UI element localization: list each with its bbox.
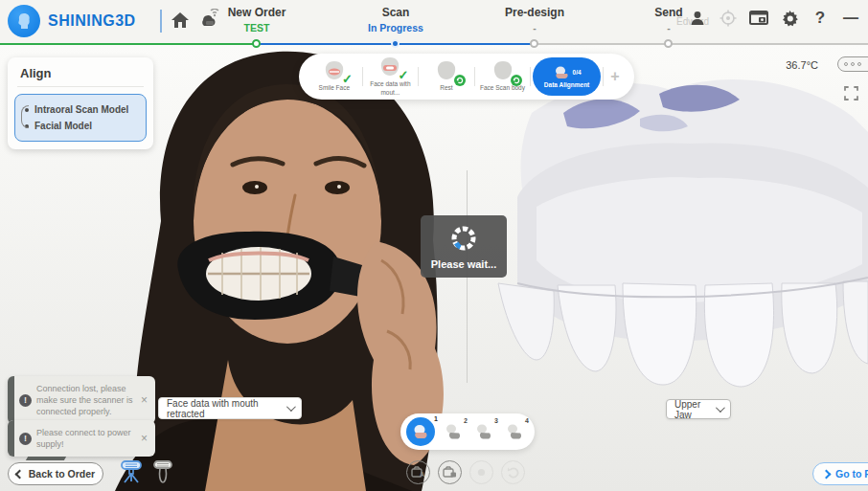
edit-disabled-button (469, 460, 493, 484)
face-scanner-icon[interactable] (119, 458, 144, 485)
undo-disabled-button (501, 460, 525, 484)
device-status-indicator (837, 56, 868, 72)
alignment-stage-3[interactable]: 3 (471, 418, 496, 445)
workflow-step-data-alignment[interactable]: 0/4 Data Alignment (533, 57, 601, 96)
settings-gear-icon[interactable] (780, 9, 799, 28)
face-scan-model (115, 52, 444, 491)
app-window: SHINING3D New Order TEST Scan In Progres… (0, 0, 868, 491)
alignment-stage-pill: 1 2 3 4 (400, 413, 535, 450)
workflow-step-face-scan-body[interactable]: Face Scan body (475, 60, 531, 92)
please-wait-overlay: Please wait... (421, 215, 507, 278)
header-divider (160, 10, 162, 33)
toast-connection-lost: ! Connection lost, please make sure the … (8, 376, 155, 424)
minimize-icon[interactable]: — (841, 9, 860, 28)
alignment-stage-4[interactable]: 4 (502, 418, 527, 445)
alert-icon: ! (19, 433, 32, 445)
nav-new-order[interactable]: New Order TEST (199, 6, 314, 33)
chevron-down-icon (716, 403, 725, 413)
handheld-scanner-icon[interactable] (151, 458, 176, 485)
nav-scan[interactable]: Scan In Progress (338, 6, 453, 33)
rescan-icon (454, 75, 466, 86)
svg-text:A: A (420, 471, 424, 478)
align-link-arc (21, 105, 29, 128)
back-to-order-button[interactable]: Back to Order (8, 462, 103, 485)
fit-view-icon[interactable] (844, 86, 858, 100)
timeline-dot-scan (391, 39, 400, 48)
user-account-icon[interactable] (688, 9, 707, 28)
align-item-intraoral[interactable]: Intraoral Scan Model (25, 101, 140, 118)
timeline-dot-new-order (252, 39, 261, 48)
upper-jaw-model (498, 79, 868, 387)
align-model-group[interactable]: Intraoral Scan Model Facial Model (14, 94, 147, 142)
alignment-stage-2[interactable]: 2 (441, 418, 466, 445)
scan-viewport[interactable]: ✓ Smile Face ✓ Face data with mout... (0, 44, 868, 491)
nav-new-order-status: TEST (199, 22, 314, 33)
close-icon[interactable]: × (139, 393, 149, 407)
align-panel-title: Align (8, 57, 153, 86)
shining3d-logo-icon (8, 5, 40, 37)
alert-icon: ! (19, 394, 32, 407)
jaw-select-dropdown[interactable]: Upper Jaw (666, 399, 731, 419)
logo-wordmark: SHINING3D (48, 12, 136, 30)
data-alignment-icon (553, 66, 570, 79)
chevron-right-icon (822, 469, 832, 479)
header-bar: SHINING3D New Order TEST Scan In Progres… (0, 0, 868, 44)
check-icon: ✓ (398, 70, 408, 81)
calibration-icon[interactable] (719, 9, 738, 28)
go-to-next-stage-button[interactable]: Go to P (812, 462, 868, 485)
face-data-dropdown[interactable]: Face data with mouth retracted (158, 397, 302, 419)
nav-scan-status: In Progress (338, 22, 453, 33)
loading-spinner-icon (449, 224, 478, 253)
nav-pre-design[interactable]: Pre-design - (477, 6, 592, 33)
rescan-icon (511, 75, 522, 86)
chevron-down-icon (286, 402, 296, 412)
alignment-progress-badge: 0/4 (573, 69, 582, 76)
scan-workflow-toolbar: ✓ Smile Face ✓ Face data with mout... (299, 54, 634, 100)
add-scan-step-button[interactable]: + (604, 68, 627, 85)
alignment-stage-1[interactable]: 1 (406, 417, 435, 446)
progress-timeline (0, 39, 868, 49)
timeline-dot-pre-design (530, 39, 538, 48)
workflow-step-face-data-retracted[interactable]: ✓ Face data with mout... (363, 56, 419, 96)
capture-controls: A (406, 460, 525, 484)
align-item-facial[interactable]: Facial Model (25, 118, 140, 134)
workflow-step-smile-face[interactable]: ✓ Smile Face (307, 60, 362, 92)
auto-capture-camera-button[interactable]: A (406, 460, 430, 484)
screenshot-window-icon[interactable] (749, 9, 768, 28)
timeline-dot-send (664, 39, 673, 48)
manual-capture-camera-button[interactable] (438, 460, 462, 484)
help-icon[interactable]: ? (811, 9, 830, 28)
close-icon[interactable]: × (139, 432, 149, 445)
check-icon: ✓ (342, 74, 353, 85)
toast-power-supply: ! Please connect to power supply! × (8, 420, 155, 457)
home-icon[interactable] (171, 11, 190, 30)
chevron-left-icon (14, 469, 24, 479)
nav-pre-design-status: - (477, 22, 592, 33)
align-panel: Align Intraoral Scan Model Facial Model (8, 57, 153, 149)
workflow-step-rest[interactable]: Rest (419, 60, 474, 92)
temperature-readout: 36.7°C (786, 59, 818, 71)
wait-message: Please wait... (431, 258, 496, 270)
